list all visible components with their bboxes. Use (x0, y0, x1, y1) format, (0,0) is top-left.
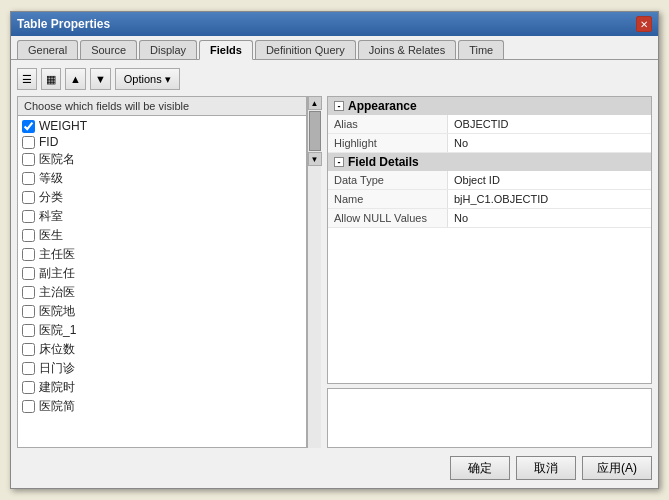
name-value: bjH_C1.OBJECTID (448, 190, 651, 208)
apply-button[interactable]: 应用(A) (582, 456, 652, 480)
field-checkbox-addr[interactable] (22, 305, 35, 318)
appearance-section-header: - Appearance (328, 97, 651, 115)
list-item[interactable]: 日门诊 (18, 359, 306, 378)
field-label-weight: WEIGHT (39, 119, 87, 133)
null-values-row: Allow NULL Values No (328, 209, 651, 228)
move-up-button[interactable]: ▲ (65, 68, 86, 90)
list-item[interactable]: 医生 (18, 226, 306, 245)
field-label-hospital-name: 医院名 (39, 151, 75, 168)
move-down-button[interactable]: ▼ (90, 68, 111, 90)
field-checkbox-fid[interactable] (22, 136, 35, 149)
scroll-up-arrow[interactable]: ▲ (308, 96, 322, 110)
field-details-section-header: - Field Details (328, 153, 651, 171)
tab-general[interactable]: General (17, 40, 78, 59)
tab-joins-relates[interactable]: Joins & Relates (358, 40, 456, 59)
appearance-collapse-icon[interactable]: - (334, 101, 344, 111)
tab-display[interactable]: Display (139, 40, 197, 59)
alias-key: Alias (328, 115, 448, 133)
options-label: Options (124, 73, 162, 85)
highlight-value: No (448, 134, 651, 152)
list-icon: ☰ (22, 73, 32, 86)
list-item[interactable]: 医院名 (18, 150, 306, 169)
close-button[interactable]: ✕ (636, 16, 652, 32)
field-label-level: 等级 (39, 170, 63, 187)
field-checkbox-doctor[interactable] (22, 229, 35, 242)
field-checkbox-hospital-name[interactable] (22, 153, 35, 166)
field-details-label: Field Details (348, 155, 419, 169)
field-checkbox-dept[interactable] (22, 210, 35, 223)
options-button[interactable]: Options ▾ (115, 68, 180, 90)
tab-source[interactable]: Source (80, 40, 137, 59)
grid-view-button[interactable]: ▦ (41, 68, 61, 90)
highlight-key: Highlight (328, 134, 448, 152)
list-view-button[interactable]: ☰ (17, 68, 37, 90)
field-checkbox-category[interactable] (22, 191, 35, 204)
list-item[interactable]: WEIGHT (18, 118, 306, 134)
list-item[interactable]: 等级 (18, 169, 306, 188)
cancel-button[interactable]: 取消 (516, 456, 576, 480)
list-item[interactable]: 医院简 (18, 397, 306, 416)
scroll-down-arrow[interactable]: ▼ (308, 152, 322, 166)
field-label-category: 分类 (39, 189, 63, 206)
field-checkbox-founded[interactable] (22, 381, 35, 394)
name-key: Name (328, 190, 448, 208)
dialog-buttons: 确定 取消 应用(A) (17, 452, 652, 482)
scroll-thumb[interactable] (309, 111, 321, 151)
appearance-label: Appearance (348, 99, 417, 113)
list-item[interactable]: 医院地 (18, 302, 306, 321)
field-label-beds: 床位数 (39, 341, 75, 358)
data-type-row: Data Type Object ID (328, 171, 651, 190)
title-bar: Table Properties ✕ (11, 12, 658, 36)
field-label-doctor: 医生 (39, 227, 63, 244)
main-area: Choose which fields will be visible WEIG… (17, 96, 652, 448)
list-item[interactable]: 主任医 (18, 245, 306, 264)
field-list: WEIGHT FID 医院名 等级 (18, 116, 306, 447)
list-item[interactable]: 床位数 (18, 340, 306, 359)
tab-fields[interactable]: Fields (199, 40, 253, 60)
field-label-addr: 医院地 (39, 303, 75, 320)
field-checkbox-chief-doctor[interactable] (22, 248, 35, 261)
field-label-chief-doctor: 主任医 (39, 246, 75, 263)
field-checkbox-weight[interactable] (22, 120, 35, 133)
field-label-fid: FID (39, 135, 58, 149)
alias-row: Alias OBJECTID (328, 115, 651, 134)
field-checkbox-beds[interactable] (22, 343, 35, 356)
fields-content: ☰ ▦ ▲ ▼ Options ▾ Choose which fields wi… (11, 60, 658, 488)
highlight-row: Highlight No (328, 134, 651, 153)
list-item[interactable]: 医院_1 (18, 321, 306, 340)
list-item[interactable]: 主治医 (18, 283, 306, 302)
list-item[interactable]: 建院时 (18, 378, 306, 397)
field-checkbox-level[interactable] (22, 172, 35, 185)
list-item[interactable]: 分类 (18, 188, 306, 207)
ok-button[interactable]: 确定 (450, 456, 510, 480)
field-label-founded: 建院时 (39, 379, 75, 396)
list-item[interactable]: 副主任 (18, 264, 306, 283)
tab-time[interactable]: Time (458, 40, 504, 59)
up-arrow-icon: ▲ (70, 73, 81, 85)
field-details-collapse-icon[interactable]: - (334, 157, 344, 167)
info-box (327, 388, 652, 448)
dropdown-icon: ▾ (165, 73, 171, 86)
field-label-attending: 主治医 (39, 284, 75, 301)
list-item[interactable]: 科室 (18, 207, 306, 226)
window-title: Table Properties (17, 17, 110, 31)
field-list-scrollbar[interactable]: ▲ ▼ (307, 96, 321, 448)
field-label-hosp1: 医院_1 (39, 322, 76, 339)
null-values-key: Allow NULL Values (328, 209, 448, 227)
field-checkbox-vice-chief[interactable] (22, 267, 35, 280)
grid-icon: ▦ (46, 73, 56, 86)
table-properties-window: Table Properties ✕ General Source Displa… (10, 11, 659, 489)
alias-value: OBJECTID (448, 115, 651, 133)
field-checkbox-summary[interactable] (22, 400, 35, 413)
list-item[interactable]: FID (18, 134, 306, 150)
data-type-value: Object ID (448, 171, 651, 189)
data-type-key: Data Type (328, 171, 448, 189)
field-checkbox-outpatient[interactable] (22, 362, 35, 375)
down-arrow-icon: ▼ (95, 73, 106, 85)
tab-definition-query[interactable]: Definition Query (255, 40, 356, 59)
field-checkbox-hosp1[interactable] (22, 324, 35, 337)
field-list-panel: Choose which fields will be visible WEIG… (17, 96, 307, 448)
field-checkbox-attending[interactable] (22, 286, 35, 299)
field-label-vice-chief: 副主任 (39, 265, 75, 282)
right-panel: - Appearance Alias OBJECTID Highlight No… (327, 96, 652, 448)
